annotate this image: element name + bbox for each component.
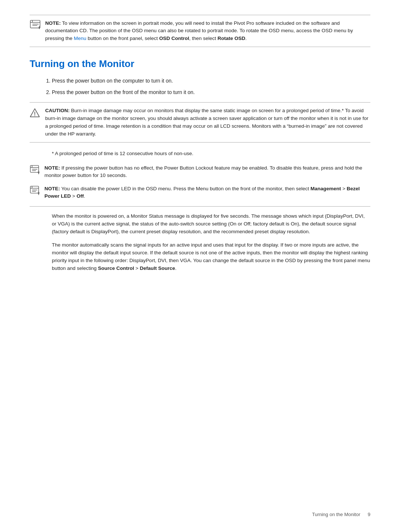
- note-2-icon: [30, 185, 41, 198]
- note-block-2: NOTE: You can disable the power LED in t…: [30, 185, 370, 207]
- note-2-label: NOTE:: [44, 186, 60, 191]
- svg-point-8: [34, 115, 35, 116]
- note-1-text: NOTE: If pressing the power button has n…: [44, 164, 370, 180]
- body-paragraph-2: The monitor automatically scans the sign…: [30, 241, 370, 272]
- top-note-text: NOTE: To view information on the screen …: [45, 20, 370, 42]
- svg-rect-9: [30, 165, 39, 173]
- page-footer: Turning on the Monitor 9: [312, 512, 370, 517]
- steps-list: Press the power button on the computer t…: [52, 77, 370, 96]
- caution-label: CAUTION:: [45, 108, 70, 113]
- caution-icon: [30, 108, 41, 119]
- footer-page-number: 9: [368, 512, 370, 517]
- svg-rect-15: [30, 186, 39, 193]
- note-icon: [30, 20, 41, 31]
- top-note-box: NOTE: To view information on the screen …: [30, 15, 370, 47]
- top-note-label: NOTE:: [45, 20, 61, 26]
- note-1-label: NOTE:: [44, 165, 60, 171]
- footer-section-label: Turning on the Monitor: [312, 512, 360, 517]
- note-1-icon: [30, 165, 41, 177]
- caution-body: Burn-in image damage may occur on monito…: [45, 108, 368, 137]
- step-2: Press the power button on the front of t…: [52, 88, 370, 96]
- footnote: * A prolonged period of time is 12 conse…: [30, 150, 370, 157]
- section-title: Turning on the Monitor: [30, 58, 370, 70]
- note-2-text: NOTE: You can disable the power LED in t…: [44, 185, 370, 200]
- note-block-1: NOTE: If pressing the power button has n…: [30, 164, 370, 180]
- body-paragraph-1: When the monitor is powered on, a Monito…: [30, 213, 370, 236]
- menu-link[interactable]: Menu: [74, 36, 86, 41]
- step-1: Press the power button on the computer t…: [52, 77, 370, 85]
- caution-box: CAUTION: Burn-in image damage may occur …: [30, 102, 370, 143]
- caution-text: CAUTION: Burn-in image damage may occur …: [45, 107, 370, 138]
